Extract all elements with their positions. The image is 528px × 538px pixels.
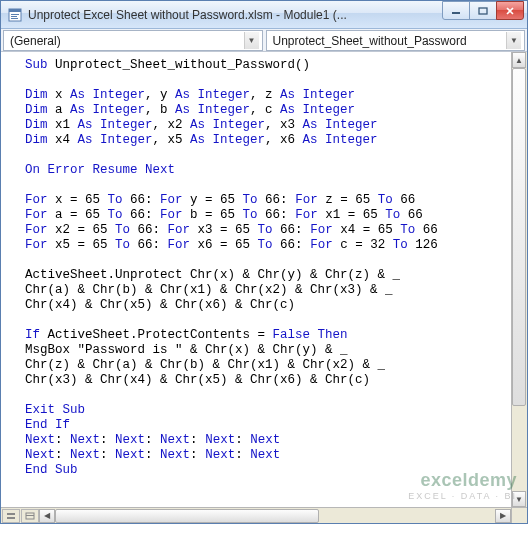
svg-rect-8 [7,517,15,519]
window-controls [443,1,524,21]
scroll-corner [511,507,527,523]
titlebar[interactable]: Unprotect Excel Sheet without Password.x… [1,1,527,29]
scroll-track[interactable] [55,509,495,523]
code-area: Sub Unprotect_Sheet_without_Password() D… [1,52,527,523]
svg-rect-6 [479,8,487,14]
code-toolbar: (General) ▼ Unprotect_Sheet_without_Pass… [1,29,527,52]
view-mode-buttons [1,507,39,523]
chevron-down-icon: ▼ [244,32,259,49]
svg-rect-2 [11,14,19,15]
procedure-view-button[interactable] [2,509,20,523]
minimize-button[interactable] [442,1,470,20]
full-module-view-button[interactable] [21,509,39,523]
code-editor[interactable]: Sub Unprotect_Sheet_without_Password() D… [1,52,527,484]
close-button[interactable] [496,1,524,20]
scroll-thumb[interactable] [55,509,319,523]
scroll-track[interactable] [512,68,526,491]
svg-rect-3 [11,16,17,17]
scroll-thumb[interactable] [512,68,526,406]
svg-rect-10 [26,515,34,516]
svg-rect-1 [9,9,21,12]
svg-rect-5 [452,12,460,14]
svg-rect-7 [7,513,15,515]
chevron-down-icon: ▼ [506,32,521,49]
window-title: Unprotect Excel Sheet without Password.x… [28,8,443,22]
svg-rect-4 [11,18,18,19]
horizontal-scrollbar[interactable]: ◀ ▶ [39,507,511,523]
vertical-scrollbar[interactable]: ▲ ▼ [511,52,527,507]
maximize-button[interactable] [469,1,497,20]
scroll-left-button[interactable]: ◀ [39,509,55,523]
procedure-dropdown[interactable]: Unprotect_Sheet_without_Password ▼ [266,30,526,51]
scroll-down-button[interactable]: ▼ [512,491,526,507]
scroll-up-button[interactable]: ▲ [512,52,526,68]
watermark-tagline: EXCEL · DATA · BI [408,491,517,501]
object-dropdown[interactable]: (General) ▼ [3,30,263,51]
procedure-dropdown-label: Unprotect_Sheet_without_Password [273,34,507,48]
vba-module-icon [7,7,23,23]
scroll-right-button[interactable]: ▶ [495,509,511,523]
object-dropdown-label: (General) [10,34,244,48]
window: Unprotect Excel Sheet without Password.x… [0,0,528,524]
